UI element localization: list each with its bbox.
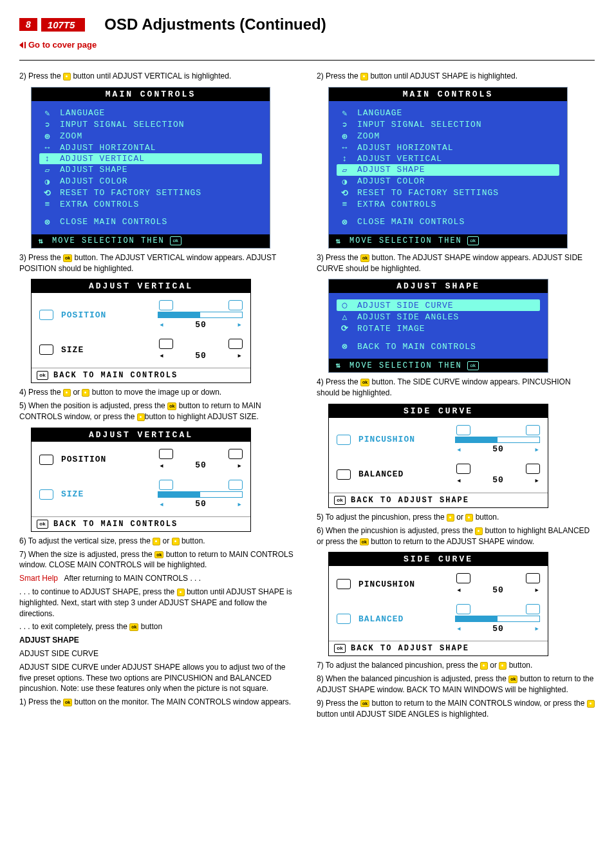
plus-button-icon: [587, 700, 595, 708]
right-step6: 6) When the pincushion is adjusted, pres…: [317, 525, 595, 547]
ok-button-icon: ok: [129, 623, 138, 631]
ok-button-icon: ok: [360, 700, 369, 708]
pos-icon-a: [159, 300, 173, 310]
as-item-side-angles: △ADJUST SIDE ANGLES: [337, 311, 540, 323]
right-step3: 3) Press the ok button. The ADJUST SHAPE…: [317, 252, 595, 274]
go-to-cover-link[interactable]: Go to cover page: [19, 40, 97, 50]
page-title: OSD Adjustments (Continued): [104, 15, 326, 33]
pin-icon-a: [456, 573, 470, 583]
ok-button-icon: ok: [167, 402, 176, 410]
size-value: 50: [195, 499, 207, 509]
position-value: 50: [195, 320, 207, 330]
adjust-vertical-osd-2: ADJUST VERTICAL POSITION ◂50▸ SIZE: [31, 428, 251, 532]
main-controls-osd-right: MAIN CONTROLS ✎LANGUAGE ➲INPUT SIGNAL SE…: [328, 87, 568, 249]
plus-button-icon: [172, 538, 180, 545]
smarthelp-line: Smart Help After returning to MAIN CONTR…: [19, 573, 297, 584]
ok-button-icon: ok: [360, 538, 369, 546]
separator: [19, 60, 595, 61]
position-value: 50: [195, 460, 207, 470]
right-arrow-icon: ▸: [237, 319, 243, 330]
size-icon-a: [159, 480, 173, 490]
osd-footer: ⇅MOVE SELECTION THENok: [32, 234, 270, 248]
minus-button-icon: [153, 538, 160, 545]
adj-title: ADJUST VERTICAL: [32, 279, 250, 293]
osd-title: MAIN CONTROLS: [32, 88, 270, 101]
balanced-icon: [337, 469, 351, 480]
pincushion-label: PINCUSHION: [358, 435, 449, 444]
ok-icon: ok: [37, 371, 48, 380]
left-step4: 4) Press the or button to move the image…: [19, 387, 297, 398]
position-label: POSITION: [61, 455, 151, 464]
adj-size-row: SIZE ◂50▸: [38, 337, 244, 363]
adjust-side-curve-heading: ADJUST SIDE CURVE: [19, 648, 297, 659]
mc-item-extra: ≡EXTRA CONTROLS: [39, 199, 262, 210]
right-arrow-icon: ▸: [237, 499, 243, 509]
pincushion-value: 50: [492, 585, 504, 595]
plus-button-icon: [465, 514, 473, 522]
size-icon-b: [228, 480, 243, 490]
ok-button-icon: ok: [63, 699, 72, 706]
plus-button-icon: [63, 73, 71, 80]
mc-item-adj-shape: ▱ADJUST SHAPE: [39, 164, 262, 176]
right-arrow-icon: ▸: [534, 585, 540, 595]
ok-button-icon: ok: [360, 254, 369, 262]
continue-shape: . . . to continue to ADJUST SHAPE, press…: [19, 587, 297, 619]
size-value: 50: [195, 351, 207, 361]
pincushion-slider: [455, 437, 540, 443]
adjust-vertical-osd-1: ADJUST VERTICAL POSITION ◂50▸ SIZE: [31, 279, 251, 383]
left-arrow-icon: ◂: [159, 319, 165, 330]
size-label: SIZE: [61, 489, 151, 499]
content-columns: 2) Press the button until ADJUST VERTICA…: [19, 68, 595, 722]
mc-item-adj-horizontal: ↔ADJUST HORIZONTAL: [337, 142, 559, 153]
mc-item-input-signal: ➲INPUT SIGNAL SELECTION: [39, 119, 262, 131]
exit-line: . . . to exit completely, press the ok b…: [19, 621, 297, 632]
model-badge: 107T5: [41, 18, 86, 32]
ok-button-icon: ok: [63, 254, 72, 262]
adj-title: SIDE CURVE: [329, 404, 548, 418]
left-step5: 5) When the position is adjusted, press …: [19, 401, 297, 422]
sc-pincushion-row-hl: PINCUSHION ◂50▸: [335, 423, 541, 457]
balanced-label: BALANCED: [358, 614, 449, 624]
pincushion-label: PINCUSHION: [358, 580, 449, 589]
mc-item-adj-vertical-hl: ↕ADJUST VERTICAL: [39, 153, 262, 164]
left-arrow-icon: ◂: [456, 623, 462, 634]
page-header: 8 107T5 OSD Adjustments (Continued): [19, 15, 595, 33]
right-arrow-icon: ▸: [534, 475, 540, 486]
mc-item-language: ✎LANGUAGE: [39, 108, 262, 119]
as-item-side-curve-hl: ◯ADJUST SIDE CURVE: [337, 299, 540, 311]
left-arrow-icon: ◂: [456, 444, 462, 455]
balanced-value: 50: [492, 475, 504, 485]
minus-button-icon: [63, 389, 71, 397]
size-icon: [39, 489, 53, 500]
sc-balanced-row: BALANCED ◂50▸: [335, 462, 541, 487]
right-step8: 8) When the balanced pincushion is adjus…: [317, 674, 595, 695]
bal-icon-a: [456, 604, 470, 614]
plus-button-icon: [475, 527, 483, 535]
right-step2: 2) Press the button until ADJUST SHAPE i…: [317, 71, 595, 82]
osd-title: MAIN CONTROLS: [329, 88, 567, 101]
left-column: 2) Press the button until ADJUST VERTICA…: [19, 68, 297, 722]
ok-button-icon: ok: [360, 379, 369, 386]
mc-item-language: ✎LANGUAGE: [337, 108, 559, 119]
page-number-badge: 8: [19, 18, 37, 31]
ok-icon: ok: [37, 520, 48, 529]
adj-footer: okBACK TO ADJUST SHAPE: [329, 641, 548, 656]
left-arrow-icon: ◂: [159, 350, 165, 361]
mc-item-zoom: ⊕ZOOM: [337, 131, 559, 142]
right-arrow-icon: ▸: [534, 444, 540, 455]
balanced-slider: [455, 616, 540, 622]
balanced-label: BALANCED: [358, 469, 449, 479]
mc-item-adj-color: ◑ADJUST COLOR: [337, 176, 559, 187]
osd-footer: ⇅MOVE SELECTION THENok: [329, 234, 567, 248]
cover-link-label: Go to cover page: [28, 40, 97, 50]
adjust-side-curve-desc: ADJUST SIDE CURVE under ADJUST SHAPE all…: [19, 662, 297, 694]
ok-button-icon: ok: [508, 675, 517, 683]
sc-balanced-row-hl: BALANCED ◂50▸: [335, 602, 541, 636]
plus-button-icon: [82, 389, 89, 397]
mc-item-extra: ≡EXTRA CONTROLS: [337, 199, 559, 210]
adj-position-row: POSITION ◂50▸: [38, 447, 244, 473]
balanced-value: 50: [492, 624, 504, 634]
as-back: ⊗BACK TO MAIN CONTROLS: [337, 341, 540, 352]
osd-footer: ⇅MOVE SELECTION THENok: [329, 359, 548, 372]
adj-title: SIDE CURVE: [329, 552, 548, 566]
